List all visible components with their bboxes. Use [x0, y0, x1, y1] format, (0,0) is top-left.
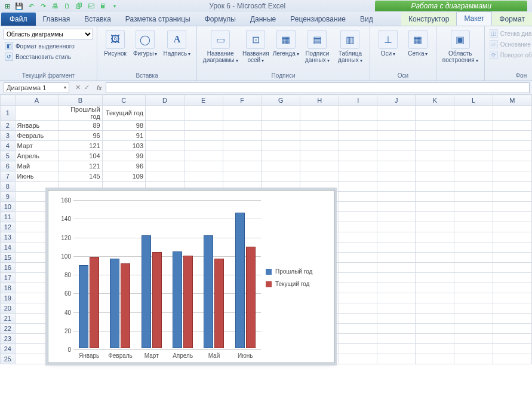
- cell[interactable]: [416, 303, 454, 314]
- undo-icon[interactable]: ↶: [26, 1, 36, 11]
- worksheet-grid[interactable]: ABCDEFGHIJKLM1Прошлый годТекущий год2Янв…: [0, 94, 532, 393]
- row-header[interactable]: 9: [1, 192, 16, 202]
- cell[interactable]: [146, 121, 184, 131]
- row-header[interactable]: 22: [1, 324, 16, 334]
- chart-bar[interactable]: [204, 235, 213, 348]
- qat-icon[interactable]: 🗐: [74, 1, 84, 11]
- cell[interactable]: [377, 212, 416, 222]
- row-header[interactable]: 15: [1, 253, 16, 263]
- cell[interactable]: Май: [15, 161, 59, 171]
- cell[interactable]: Прошлый год: [59, 106, 103, 121]
- chart-element-selector[interactable]: Область диаграммы: [4, 29, 93, 39]
- cell[interactable]: [146, 131, 184, 141]
- cell[interactable]: [416, 182, 454, 192]
- cell[interactable]: [339, 121, 377, 131]
- cell[interactable]: [300, 171, 339, 182]
- cell[interactable]: [377, 161, 416, 171]
- cell[interactable]: [493, 303, 531, 314]
- cell[interactable]: [416, 263, 454, 273]
- cell[interactable]: [223, 161, 262, 171]
- row-header[interactable]: 21: [1, 314, 16, 324]
- chevron-down-icon[interactable]: ▾: [64, 85, 66, 90]
- cell[interactable]: [377, 121, 416, 131]
- cell[interactable]: 145: [59, 171, 103, 182]
- cell[interactable]: 96: [102, 161, 145, 171]
- cell[interactable]: 98: [102, 121, 145, 131]
- row-header[interactable]: 6: [1, 161, 16, 171]
- row-header[interactable]: 14: [1, 242, 16, 253]
- cell[interactable]: [493, 232, 531, 242]
- plot-area-button[interactable]: ▣Область построения: [440, 29, 481, 65]
- cell[interactable]: [454, 141, 493, 151]
- cell[interactable]: [300, 121, 339, 131]
- cell[interactable]: [300, 161, 339, 171]
- cell[interactable]: [454, 273, 493, 283]
- cell[interactable]: Февраль: [15, 131, 59, 141]
- cell[interactable]: [493, 314, 531, 324]
- cell[interactable]: 103: [102, 141, 145, 151]
- file-tab[interactable]: Файл: [1, 13, 36, 26]
- cell[interactable]: [377, 232, 416, 242]
- row-header[interactable]: 18: [1, 283, 16, 293]
- cell[interactable]: [493, 202, 531, 212]
- chart-bar[interactable]: [110, 259, 119, 348]
- cell[interactable]: [377, 344, 416, 354]
- tab-page-layout[interactable]: Разметка страницы: [118, 13, 198, 26]
- tab-chart-layout[interactable]: Макет: [456, 11, 492, 26]
- axes-button[interactable]: ⊥Оси: [374, 29, 402, 59]
- column-header[interactable]: B: [59, 95, 103, 106]
- cell[interactable]: [339, 253, 377, 263]
- tab-insert[interactable]: Вставка: [77, 13, 118, 26]
- cell[interactable]: [339, 263, 377, 273]
- cell[interactable]: [377, 131, 416, 141]
- cell[interactable]: [339, 171, 377, 182]
- cell[interactable]: [416, 171, 454, 182]
- data-table-button[interactable]: ▥Таблица данных: [334, 29, 366, 65]
- cell[interactable]: [377, 242, 416, 253]
- data-labels-button[interactable]: ▤Подписи данных: [302, 29, 333, 65]
- cell[interactable]: 91: [102, 131, 145, 141]
- column-header[interactable]: F: [223, 95, 262, 106]
- column-header[interactable]: D: [146, 95, 184, 106]
- chart-bar[interactable]: [173, 251, 182, 349]
- cell[interactable]: [184, 161, 223, 171]
- cell[interactable]: [416, 202, 454, 212]
- tab-chart-format[interactable]: Формат: [492, 13, 532, 26]
- cell[interactable]: [262, 131, 300, 141]
- cell[interactable]: [416, 131, 454, 141]
- cell[interactable]: [377, 324, 416, 334]
- row-header[interactable]: 24: [1, 344, 16, 354]
- legend-button[interactable]: ▦Легенда: [272, 29, 300, 59]
- cell[interactable]: [300, 151, 339, 161]
- chart-bar[interactable]: [183, 256, 193, 348]
- cell[interactable]: [416, 283, 454, 293]
- row-header[interactable]: 10: [1, 202, 16, 212]
- cell[interactable]: [300, 131, 339, 141]
- cell[interactable]: [339, 273, 377, 283]
- cell[interactable]: [493, 283, 531, 293]
- cell[interactable]: [339, 242, 377, 253]
- cell[interactable]: [493, 263, 531, 273]
- chart-bar[interactable]: [121, 263, 130, 348]
- chart-bar[interactable]: [79, 265, 88, 348]
- save-icon[interactable]: 💾: [14, 1, 24, 11]
- qat-icon[interactable]: 🗋: [62, 1, 72, 11]
- column-header[interactable]: C: [102, 95, 145, 106]
- cell[interactable]: [416, 354, 454, 364]
- cell[interactable]: [339, 151, 377, 161]
- cell[interactable]: [493, 131, 531, 141]
- cell[interactable]: [416, 293, 454, 303]
- cell[interactable]: 99: [102, 151, 145, 161]
- cell[interactable]: [493, 253, 531, 263]
- cell[interactable]: [454, 212, 493, 222]
- column-header[interactable]: A: [15, 95, 59, 106]
- row-header[interactable]: 5: [1, 151, 16, 161]
- cell[interactable]: [454, 131, 493, 141]
- cell[interactable]: [454, 192, 493, 202]
- cell[interactable]: [339, 161, 377, 171]
- cell[interactable]: [493, 324, 531, 334]
- cell[interactable]: [493, 121, 531, 131]
- cell[interactable]: [339, 202, 377, 212]
- tab-chart-design[interactable]: Конструктор: [401, 13, 456, 26]
- reset-style-button[interactable]: ↺Восстановить стиль: [4, 52, 76, 62]
